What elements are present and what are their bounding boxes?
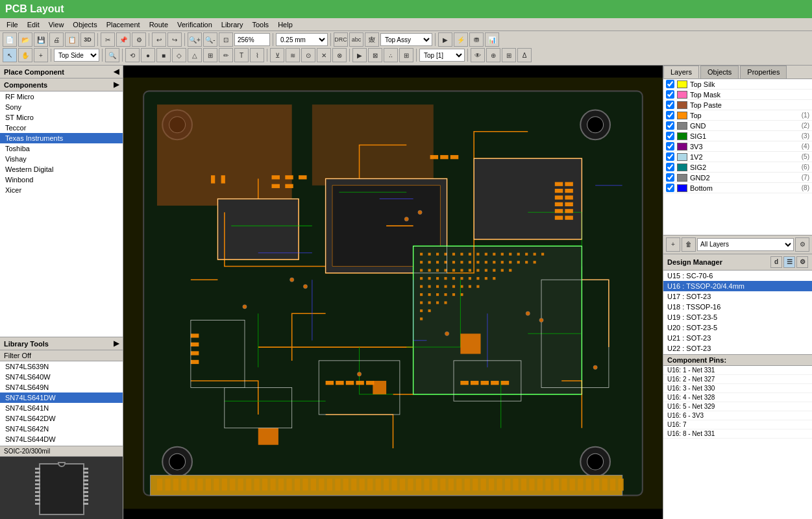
layer-row[interactable]: GND2 (7) bbox=[663, 173, 812, 183]
tool2-btn[interactable]: ⚡ bbox=[454, 32, 468, 47]
canvas-area[interactable] bbox=[123, 66, 663, 519]
r6-btn[interactable]: ⊞ bbox=[203, 48, 217, 62]
r3-btn[interactable]: ■ bbox=[156, 48, 171, 62]
zoom-fit-btn[interactable]: ⊡ bbox=[219, 32, 233, 47]
layer-row[interactable]: Top Paste bbox=[663, 100, 812, 110]
re-btn[interactable]: ⊗ bbox=[332, 48, 347, 62]
vendor-item[interactable]: Vishay bbox=[0, 154, 123, 164]
rc-btn[interactable]: ⊙ bbox=[301, 48, 315, 62]
pin-item[interactable]: U16: 3 - Net 330 bbox=[663, 384, 812, 393]
component-item[interactable]: SN74LS642DW bbox=[0, 413, 123, 424]
cut-btn[interactable]: ✂ bbox=[101, 32, 115, 47]
rb-btn[interactable]: ≋ bbox=[286, 48, 300, 62]
layer-row[interactable]: SIG1 (3) bbox=[663, 131, 812, 141]
grid-size-select[interactable]: 0.25 mm 0.1 mm 0.5 mm bbox=[276, 33, 328, 46]
dm-component-item[interactable]: U19 : SOT-23-5 bbox=[663, 312, 812, 322]
tab-properties[interactable]: Properties bbox=[740, 66, 787, 78]
layer-row[interactable]: GND (2) bbox=[663, 121, 812, 131]
menu-verification[interactable]: Verification bbox=[173, 19, 216, 30]
3d-btn[interactable]: 3D bbox=[80, 32, 95, 47]
vendor-item[interactable]: Texas Instruments bbox=[0, 133, 123, 143]
layer-row[interactable]: Top Silk bbox=[663, 79, 812, 90]
layer-checkbox[interactable] bbox=[666, 121, 674, 130]
ratsnest-btn[interactable]: 🕸 bbox=[365, 32, 379, 47]
component-item[interactable]: SN74LS641DW bbox=[0, 392, 123, 403]
tab-layers[interactable]: Layers bbox=[663, 66, 699, 78]
layers-delete-btn[interactable]: 🗑 bbox=[682, 237, 696, 252]
layer-row[interactable]: Top Mask bbox=[663, 90, 812, 100]
r2-btn[interactable]: ● bbox=[141, 48, 155, 62]
abc-btn[interactable]: abc bbox=[349, 32, 363, 47]
component-item[interactable]: SN74LS641N bbox=[0, 403, 123, 413]
layers-settings-btn[interactable]: ⚙ bbox=[795, 237, 809, 252]
menu-route[interactable]: Route bbox=[145, 19, 172, 30]
layer-checkbox[interactable] bbox=[666, 152, 674, 161]
layer-row[interactable]: SIG2 (6) bbox=[663, 162, 812, 173]
layer-row[interactable]: 1V2 (5) bbox=[663, 152, 812, 162]
delta-btn[interactable]: Δ bbox=[517, 48, 532, 62]
pin-item[interactable]: U16: 7 bbox=[663, 420, 812, 429]
menu-library[interactable]: Library bbox=[217, 19, 247, 30]
r7-btn[interactable]: ✏ bbox=[219, 48, 233, 62]
r1-btn[interactable]: ⟲ bbox=[125, 48, 140, 62]
vendor-item[interactable]: Toshiba bbox=[0, 143, 123, 154]
drc-btn[interactable]: DRC bbox=[334, 32, 348, 47]
component-item[interactable]: SN74LS644DW bbox=[0, 434, 123, 444]
pin-item[interactable]: U16: 4 - Net 328 bbox=[663, 393, 812, 402]
search-btn[interactable]: 🔍 bbox=[105, 48, 119, 62]
layer-checkbox[interactable] bbox=[666, 101, 674, 109]
pin-item[interactable]: U16: 5 - Net 329 bbox=[663, 402, 812, 411]
dm-component-item[interactable]: U22 : SOT-23 bbox=[663, 343, 812, 354]
rg-btn[interactable]: ⊠ bbox=[368, 48, 382, 62]
layer-row[interactable]: 3V3 (4) bbox=[663, 141, 812, 152]
layer-row[interactable]: Bottom (8) bbox=[663, 183, 812, 193]
layer-checkbox[interactable] bbox=[666, 132, 674, 140]
all-layers-select[interactable]: All Layers Signal Layers Copper Layers bbox=[697, 238, 794, 251]
add-btn[interactable]: + bbox=[34, 48, 48, 62]
pin-item[interactable]: U16: 2 - Net 327 bbox=[663, 375, 812, 384]
rh-btn[interactable]: ⛬ bbox=[384, 48, 398, 62]
component-item[interactable]: SN74LS642N bbox=[0, 424, 123, 434]
rf-btn[interactable]: ▶ bbox=[352, 48, 367, 62]
zoom-level-input[interactable] bbox=[234, 33, 270, 46]
menu-help[interactable]: Help bbox=[274, 19, 297, 30]
place-component-header[interactable]: Place Component ◀ bbox=[0, 66, 123, 78]
vendor-item[interactable]: Teccor bbox=[0, 123, 123, 133]
dm-component-item[interactable]: U15 : SC-70-6 bbox=[663, 271, 812, 281]
menu-tools[interactable]: Tools bbox=[248, 19, 273, 30]
dm-component-item[interactable]: U18 : TSSOP-16 bbox=[663, 302, 812, 312]
dm-component-item[interactable]: U17 : SOT-23 bbox=[663, 291, 812, 302]
grid-btn[interactable]: ⊞ bbox=[502, 48, 516, 62]
menu-placement[interactable]: Placement bbox=[103, 19, 144, 30]
redo-btn[interactable]: ↪ bbox=[167, 32, 182, 47]
r5-btn[interactable]: △ bbox=[188, 48, 202, 62]
layer-checkbox[interactable] bbox=[666, 80, 674, 88]
vendor-item[interactable]: Sony bbox=[0, 102, 123, 112]
library-tools-header[interactable]: Library Tools ▶ bbox=[0, 337, 123, 350]
component-item[interactable]: SN74LS640W bbox=[0, 372, 123, 382]
dm-component-item[interactable]: U20 : SOT-23-5 bbox=[663, 322, 812, 333]
r9-btn[interactable]: ⌇ bbox=[250, 48, 264, 62]
layer-checkbox[interactable] bbox=[666, 111, 674, 119]
side-select[interactable]: Top Side Bottom Side bbox=[54, 49, 99, 62]
r4-btn[interactable]: ◇ bbox=[172, 48, 186, 62]
layer-select[interactable]: Top Assy Top Side Bottom bbox=[380, 33, 432, 46]
r8-btn[interactable]: T bbox=[234, 48, 249, 62]
menu-edit[interactable]: Edit bbox=[23, 19, 43, 30]
vendor-item[interactable]: Western Digital bbox=[0, 164, 123, 175]
open-btn[interactable]: 📂 bbox=[18, 32, 32, 47]
layer-checkbox[interactable] bbox=[666, 184, 674, 192]
layer-checkbox[interactable] bbox=[666, 142, 674, 151]
undo-btn[interactable]: ↩ bbox=[152, 32, 166, 47]
vis-btn[interactable]: 👁 bbox=[471, 48, 485, 62]
zoom-out-btn[interactable]: 🔍- bbox=[203, 32, 217, 47]
zoom-in-btn[interactable]: 🔍+ bbox=[188, 32, 202, 47]
print-btn[interactable]: 🖨 bbox=[49, 32, 64, 47]
menu-file[interactable]: File bbox=[3, 19, 22, 30]
spec-btn[interactable]: ⚙ bbox=[132, 32, 146, 47]
vendor-item[interactable]: RF Micro bbox=[0, 91, 123, 102]
component-item[interactable]: SN74LS649N bbox=[0, 382, 123, 392]
vendor-item[interactable]: Winbond bbox=[0, 175, 123, 185]
pin-item[interactable]: U16: 8 - Net 331 bbox=[663, 429, 812, 439]
save-btn[interactable]: 💾 bbox=[34, 32, 48, 47]
